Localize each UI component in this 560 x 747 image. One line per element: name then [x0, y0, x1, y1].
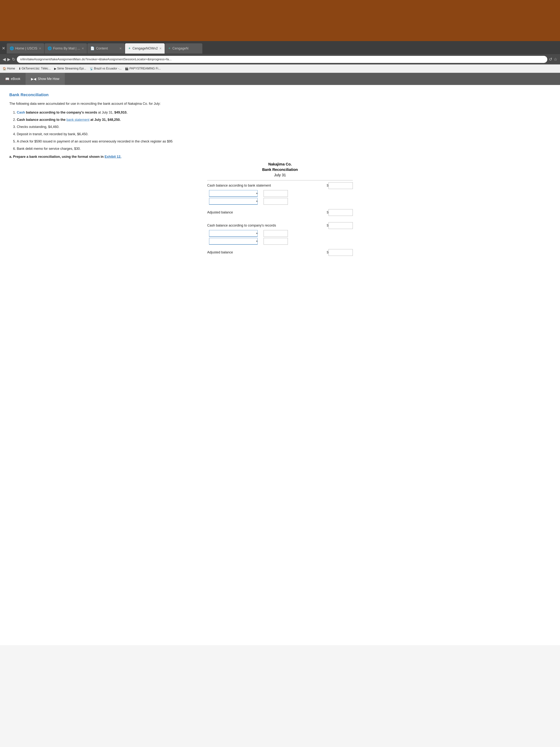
company-dropdown-2[interactable]: [209, 238, 258, 244]
show-me-label: Show Me How: [38, 77, 59, 81]
refresh-icon[interactable]: ↺: [549, 57, 552, 62]
left-close-icon[interactable]: ✕: [2, 46, 5, 51]
bank-statement-label: Cash balance according to bank statement: [207, 183, 324, 188]
bookmark-brazil[interactable]: 📡 Brazil vs Ecuador -...: [89, 67, 122, 70]
tab-label-content: Content: [96, 47, 108, 50]
tab-icon-cengagen: ✦: [168, 46, 171, 50]
tab-bar: ✕ 🌐 Home | USCIS ✕ 🌐 Forms By Mail | ...…: [0, 41, 560, 54]
adjusted-balance-row-2: Adjusted balance $: [207, 249, 353, 256]
bookmarks-bar: 🏠 Home ⬇ GkTorrent.biz: Téléc... ▶ Série…: [0, 65, 560, 73]
star-icon[interactable]: ☆: [554, 57, 557, 62]
company-records-input[interactable]: [328, 222, 353, 229]
tab-icon-cengage: ✦: [128, 46, 131, 50]
reload-icon[interactable]: ↻: [12, 57, 15, 62]
bank-dropdown-row-1: [209, 190, 353, 197]
stream-icon: 🎬: [125, 67, 129, 70]
home-icon: 🏠: [3, 67, 6, 70]
company-records-row: Cash balance according to company's reco…: [207, 222, 353, 229]
cash-label-2: Cash balance according to the bank state…: [17, 118, 121, 122]
bookmark-gktorrent[interactable]: ⬇ GkTorrent.biz: Téléc...: [19, 67, 51, 70]
adjusted-dollar-2: $: [324, 251, 328, 254]
play-icon: ▶: [54, 67, 56, 70]
company-dropdown-row-2: [209, 238, 353, 244]
bank-dollar-sign: $: [324, 184, 328, 187]
adjusted-balance-input-1[interactable]: [328, 209, 353, 216]
tab-label-forms: Forms By Mail | ...: [53, 47, 80, 50]
tab-cengagen[interactable]: ✦ CengageN: [165, 43, 202, 54]
dropdown-wrapper-3: [209, 230, 260, 237]
recon-company-name: Nakajima Co.: [207, 162, 353, 166]
show-me-icon: ▶◀: [31, 77, 36, 81]
cash-label-1: Cash balance according to the company's …: [17, 110, 128, 114]
part-a-text: a. Prepare a bank reconciliation, using …: [9, 155, 104, 158]
adjusted-balance-input-2[interactable]: [328, 249, 353, 256]
list-item-6: Bank debit memo for service charges, $30…: [17, 146, 551, 151]
tab-label-home-uscis: Home | USCIS: [15, 47, 37, 50]
recon-title: Bank Reconciliation: [207, 168, 353, 172]
list-item-3: Checks outstanding, $4,460.: [17, 124, 551, 130]
company-input-3[interactable]: [264, 238, 288, 244]
bookmark-home[interactable]: 🏠 Home: [3, 67, 15, 70]
content-toolbar: 📖 eBook ▶◀ Show Me How: [0, 73, 560, 85]
bank-statement-input[interactable]: [328, 182, 353, 189]
page-body: Bank Reconciliation The following data w…: [0, 85, 560, 645]
dropdown-wrapper-2: [209, 198, 260, 205]
items-list: Cash balance according to the company's …: [17, 110, 551, 151]
ebook-label: eBook: [11, 77, 20, 81]
ebook-icon: 📖: [5, 77, 9, 81]
adjusted-dollar-1: $: [324, 210, 328, 214]
download-icon: ⬇: [19, 67, 21, 70]
back-icon[interactable]: ◀: [3, 57, 6, 62]
list-item-1: Cash balance according to the company's …: [17, 110, 551, 115]
bank-dropdown-2[interactable]: [209, 198, 258, 205]
bank-input-2[interactable]: [264, 190, 288, 197]
company-dollar-sign: $: [324, 224, 328, 228]
tab-label-cengagen: CengageN: [172, 47, 188, 50]
top-decorative-bar: [0, 0, 560, 41]
bank-input-3[interactable]: [264, 198, 288, 205]
company-dropdown-1[interactable]: [209, 230, 258, 237]
show-me-how-button[interactable]: ▶◀ Show Me How: [26, 73, 65, 85]
address-input[interactable]: [17, 56, 547, 63]
exhibit-link[interactable]: Exhibit 12.: [105, 155, 121, 158]
list-item-2: Cash balance according to the bank state…: [17, 117, 551, 123]
dropdown-wrapper-1: [209, 190, 260, 197]
bank-dropdown-1[interactable]: [209, 190, 258, 197]
company-input-2[interactable]: [264, 230, 288, 237]
tab-close-home-uscis[interactable]: ✕: [39, 47, 41, 50]
tv-icon: 📡: [89, 67, 93, 70]
reconciliation-form: Nakajima Co. Bank Reconciliation July 31…: [207, 162, 353, 256]
company-records-label: Cash balance according to company's reco…: [207, 223, 324, 228]
recon-date: July 31: [207, 173, 353, 177]
ebook-button[interactable]: 📖 eBook: [0, 73, 26, 85]
tab-icon-globe1: 🌐: [10, 46, 14, 50]
bank-dropdown-row-2: [209, 198, 353, 205]
tab-close-content[interactable]: ✕: [119, 47, 122, 50]
part-a-label: a. Prepare a bank reconciliation, using …: [9, 155, 551, 159]
bookmark-serie[interactable]: ▶ Série Streaming Epi...: [54, 67, 86, 70]
dropdown-wrapper-4: [209, 238, 260, 244]
tab-icon-doc: 📄: [90, 46, 95, 50]
list-item-5: A check for $590 issued in payment of an…: [17, 139, 551, 144]
tab-label-cengage: CengageNOWv2: [132, 47, 158, 50]
list-item-4: Deposit in transit, not recorded by bank…: [17, 131, 551, 137]
tab-close-forms[interactable]: ✕: [82, 47, 84, 50]
bank-statement-row: Cash balance according to bank statement…: [207, 182, 353, 189]
section-title: Bank Reconciliation: [9, 93, 551, 97]
adjusted-balance-label-2: Adjusted balance: [207, 250, 324, 255]
tab-close-cengage[interactable]: ✕: [159, 47, 162, 50]
content-area: 📖 eBook ▶◀ Show Me How Bank Reconciliati…: [0, 73, 560, 747]
forward-icon[interactable]: ▶: [7, 57, 10, 62]
tab-home-uscis[interactable]: 🌐 Home | USCIS ✕: [7, 43, 44, 54]
bookmark-papystreaming[interactable]: 🎬 PAPYSTREAMING Fi...: [125, 67, 161, 70]
address-bar-row: ◀ ▶ ↻ ↺ ☆: [0, 54, 560, 65]
intro-text: The following data were accumulated for …: [9, 101, 551, 106]
adjusted-balance-label-1: Adjusted balance: [207, 210, 324, 215]
company-dropdown-row-1: [209, 230, 353, 237]
tab-content[interactable]: 📄 Content ✕: [87, 43, 125, 54]
tab-cengagenow[interactable]: ✦ CengageNOWv2 ✕: [125, 43, 165, 54]
tab-icon-globe2: 🌐: [48, 46, 52, 50]
tab-forms-by-mail[interactable]: 🌐 Forms By Mail | ... ✕: [45, 43, 87, 54]
adjusted-balance-row-1: Adjusted balance $: [207, 209, 353, 216]
